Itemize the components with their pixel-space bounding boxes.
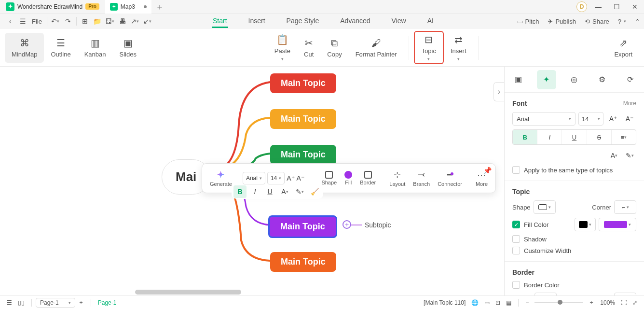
highlight-side[interactable]: ✎▾ (623, 149, 636, 162)
sp-tab-tag[interactable]: ◎ (564, 70, 584, 89)
font-increase-side[interactable]: A⁺ (606, 112, 620, 126)
import-icon[interactable]: ↙▾ (141, 15, 154, 28)
page-tab-active[interactable]: Page-1 (95, 299, 120, 306)
view-mindmap[interactable]: ⌘MindMap (5, 33, 44, 63)
fill-preview-chip[interactable]: ▾ (575, 218, 596, 231)
sp-tab-history[interactable]: ⟳ (620, 70, 640, 89)
share-button[interactable]: ⟲Share (585, 18, 609, 25)
font-size-select-side[interactable]: 14▾ (578, 112, 603, 126)
apply-same-checkbox[interactable] (512, 166, 520, 174)
new-icon[interactable]: ⊞ (79, 15, 91, 28)
tab-insert[interactable]: Insert (247, 15, 266, 28)
font-color-button[interactable]: A▾ (278, 185, 291, 198)
save-icon[interactable]: 🖫▾ (104, 15, 116, 28)
collapse-ribbon-button[interactable]: ⌃ (635, 18, 640, 25)
sp-tab-format[interactable]: ✦ (537, 70, 556, 89)
open-icon[interactable]: 📁 (91, 15, 104, 28)
export-icon[interactable]: ↗▾ (129, 15, 141, 28)
add-page-button[interactable]: ＋ (75, 298, 87, 307)
redo-button[interactable]: ↷ (62, 15, 74, 28)
export-button[interactable]: ⇗Export (607, 35, 639, 60)
pitch-button[interactable]: ▭Pitch (517, 18, 539, 25)
canvas-horizontal-scrollbar[interactable] (135, 290, 241, 295)
font-color-side[interactable]: A▾ (607, 149, 621, 162)
user-avatar[interactable]: D (576, 1, 587, 12)
tab-page-style[interactable]: Page Style (286, 15, 320, 28)
apply-same-checkbox-row[interactable]: Apply to the same type of topics (512, 166, 636, 174)
cut-button[interactable]: ✂Cut (297, 35, 320, 60)
generate-button[interactable]: ✦ Generate (207, 169, 235, 187)
tab-ai[interactable]: AI (426, 15, 435, 28)
border-button[interactable]: Border (357, 171, 379, 185)
sp-tab-icon[interactable]: ⚙ (592, 70, 612, 89)
insert-button[interactable]: ⇄Insert▾ (444, 32, 473, 63)
align-side[interactable]: ≡▾ (612, 130, 636, 144)
zoom-value[interactable]: 100% (597, 299, 618, 306)
sp-tab-style[interactable]: ▣ (509, 70, 528, 89)
maximize-button[interactable]: ☐ (609, 0, 624, 14)
custom-width-checkbox[interactable] (512, 247, 520, 254)
shadow-checkbox[interactable] (512, 235, 520, 243)
node-orange[interactable]: Main Topic (270, 252, 336, 272)
collapse-sidepanel-button[interactable]: › (493, 82, 504, 101)
topic-button[interactable]: ⊟Topic▾ (414, 31, 444, 64)
font-family-select[interactable]: Arial▾ (243, 172, 265, 184)
fullscreen-button[interactable]: ⤢ (630, 299, 640, 306)
add-tab-button[interactable]: ＋ (155, 1, 164, 13)
subtopic-node[interactable]: Subtopic (365, 221, 391, 229)
document-tab[interactable]: ✦ Map3 (105, 0, 151, 14)
node-yellow[interactable]: Main Topic (270, 109, 336, 129)
tab-advanced[interactable]: Advanced (339, 15, 371, 28)
fill-color-checkbox[interactable]: ✓ (512, 221, 520, 228)
shape-button[interactable]: Shape (318, 171, 340, 185)
zoom-out-button[interactable]: − (522, 299, 532, 306)
back-button[interactable]: ‹ (4, 15, 16, 28)
copy-button[interactable]: ⧉Copy (320, 36, 348, 60)
format-painter-button[interactable]: 🖌Format Painter (349, 36, 404, 60)
fill-color-chip[interactable]: ▾ (599, 218, 636, 231)
font-size-select[interactable]: 14▾ (267, 172, 285, 184)
help-button[interactable]: ?▾ (618, 18, 626, 25)
page-selector[interactable]: Page-1▾ (36, 298, 75, 308)
bold-side[interactable]: B (513, 130, 537, 144)
font-decrease-button[interactable]: A⁻ (297, 172, 304, 184)
clear-format-button[interactable]: 🧹 (308, 185, 321, 198)
connector-button[interactable]: ━Connector (435, 169, 465, 187)
tab-view[interactable]: View (391, 15, 407, 28)
outline-toggle-icon[interactable]: ☰ (4, 299, 15, 306)
font-decrease-side[interactable]: A⁻ (623, 112, 636, 126)
status-icon-3[interactable]: ⊡ (493, 299, 503, 306)
bold-button[interactable]: B (233, 185, 247, 198)
font-family-select-side[interactable]: Arial▾ (512, 112, 575, 126)
fit-button[interactable]: ⛶ (618, 299, 630, 306)
italic-button[interactable]: I (248, 185, 261, 198)
view-slides[interactable]: ▣Slides (113, 33, 143, 63)
view-kanban[interactable]: ▥Kanban (78, 33, 113, 63)
node-green[interactable]: Main Topic (270, 145, 336, 165)
split-view-icon[interactable]: ▯▯ (15, 299, 27, 306)
shape-picker[interactable]: ▾ (534, 200, 556, 214)
menu-button[interactable]: ☰ (16, 15, 29, 28)
highlight-button[interactable]: ✎▾ (293, 185, 306, 198)
minimize-button[interactable]: — (591, 0, 605, 14)
tab-start[interactable]: Start (212, 15, 228, 28)
node-purple-selected[interactable]: Main Topic (268, 215, 337, 238)
layout-button[interactable]: ⊹Layout (386, 169, 408, 187)
fill-button[interactable]: Fill (342, 171, 355, 185)
corner-picker[interactable]: ⌐▾ (614, 200, 636, 214)
add-subtopic-handle[interactable]: + (343, 220, 351, 229)
italic-side[interactable]: I (537, 130, 562, 144)
view-outline[interactable]: ☰Outline (44, 33, 77, 63)
close-button[interactable]: ✕ (628, 0, 642, 14)
underline-side[interactable]: U (562, 130, 587, 144)
strike-side[interactable]: S (587, 130, 612, 144)
font-more-link[interactable]: More (623, 100, 636, 107)
node-red[interactable]: Main Topic (270, 73, 336, 93)
zoom-in-button[interactable]: ＋ (586, 298, 597, 307)
pin-icon[interactable]: 📌 (483, 167, 492, 174)
zoom-slider[interactable] (534, 302, 583, 303)
border-color-checkbox[interactable] (512, 281, 520, 289)
status-icon-4[interactable]: ▦ (503, 299, 514, 306)
status-icon-1[interactable]: 🌐 (468, 299, 481, 306)
font-increase-button[interactable]: A⁺ (287, 172, 294, 184)
